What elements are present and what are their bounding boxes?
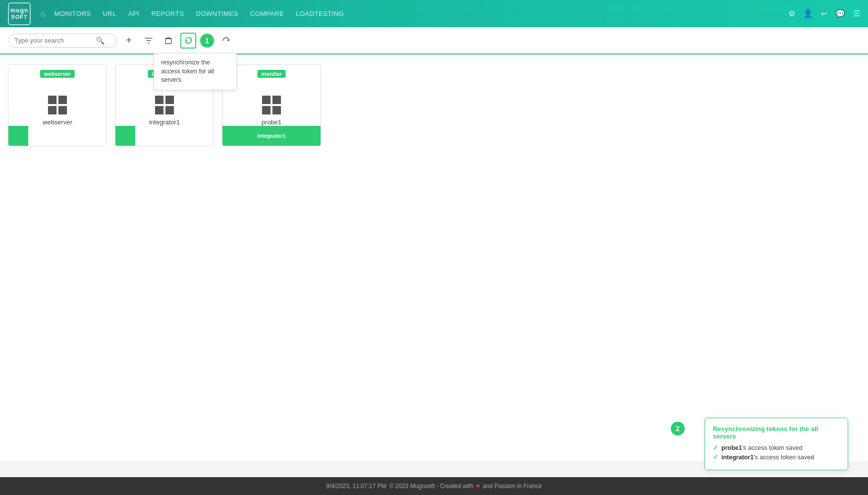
filter-button[interactable]: [141, 33, 157, 49]
svg-rect-5: [155, 96, 163, 104]
nav-item-compare[interactable]: COMPARE: [250, 8, 284, 19]
bottombar: 9/4/2023, 11:07:17 PM © 2023 Mugnsoft - …: [0, 477, 868, 495]
search-input[interactable]: [14, 37, 96, 44]
cards-row: webserver webserver integrator: [8, 64, 860, 146]
check-icon-integrator1: ✓: [713, 453, 718, 461]
server-card-webserver[interactable]: webserver webserver: [8, 64, 107, 146]
logo-line1: mugn: [10, 7, 29, 14]
notif-text-probe1: 's access token saved: [742, 444, 803, 451]
windows-icon-probe1: [261, 95, 282, 115]
footer-suffix: and Passion in France: [483, 483, 542, 490]
nav-item-downtimes[interactable]: DOWNTIMES: [196, 8, 238, 19]
server-card-probe1[interactable]: monitor probe1 integrator1: [222, 64, 321, 146]
notif-text-integrator1: 's access token saved: [754, 454, 814, 461]
signout-icon[interactable]: ↩: [821, 9, 827, 18]
svg-rect-2: [58, 96, 67, 104]
step1-badge: 1: [200, 34, 214, 48]
windows-icon-webserver: [47, 95, 68, 115]
menu-icon[interactable]: ☰: [853, 9, 860, 18]
sync-tooltip: resynchronize the access token for all s…: [154, 53, 237, 90]
card-label-probe1: probe1: [262, 118, 281, 126]
check-icon-probe1: ✓: [713, 444, 718, 451]
refresh-icon: [222, 37, 230, 45]
svg-rect-3: [48, 106, 56, 114]
svg-rect-10: [272, 96, 281, 104]
logo[interactable]: mugn SOFT: [8, 2, 31, 25]
windows-icon-integrator1: [154, 95, 175, 115]
settings-icon[interactable]: ⚙: [788, 9, 795, 18]
trash-icon: [164, 37, 172, 45]
search-icon: 🔍: [96, 37, 105, 45]
topnav: mugn SOFT ⌂ MONITORS URL API REPORTS DOW…: [0, 0, 868, 27]
content: webserver webserver integrator: [0, 55, 868, 461]
card-footer-label-probe1: integrator1: [257, 133, 285, 139]
delete-button[interactable]: [161, 33, 176, 49]
svg-rect-11: [262, 106, 271, 114]
card-label-integrator1: integrator1: [149, 118, 180, 126]
chat-icon[interactable]: 💬: [835, 9, 845, 18]
toolbar: 🔍 + 1 resynchronize the access token for…: [0, 27, 868, 55]
refresh-button[interactable]: [218, 33, 234, 49]
svg-rect-7: [155, 106, 163, 114]
sync-icon: [184, 36, 193, 45]
nav-right: ⚙ 👤 ↩ 💬 ☰: [788, 9, 860, 18]
card-tag-monitor: monitor: [258, 70, 286, 78]
home-icon[interactable]: ⌂: [41, 9, 46, 18]
svg-rect-4: [58, 106, 67, 114]
filter-icon: [145, 37, 153, 45]
nav-item-api[interactable]: API: [128, 8, 139, 19]
svg-rect-8: [165, 106, 174, 114]
nav-item-reports[interactable]: REPORTS: [151, 8, 184, 19]
search-box[interactable]: 🔍: [8, 34, 117, 48]
svg-rect-0: [165, 39, 171, 44]
footer-copyright: © 2023 Mugnsoft - Created with: [389, 483, 474, 490]
nav-item-monitors[interactable]: MONITORS: [54, 8, 91, 19]
nav-item-url[interactable]: URL: [103, 8, 117, 19]
svg-rect-6: [165, 96, 174, 104]
svg-rect-9: [262, 96, 271, 104]
notif-row-probe1: ✓ probe1's access token saved: [713, 444, 840, 451]
notif-title: Resynchronizing tokens for the all serve…: [713, 425, 840, 440]
footer-date: 9/4/2023, 11:07:17 PM: [326, 483, 386, 490]
step2-badge: 2: [671, 422, 685, 436]
sync-token-button[interactable]: [180, 33, 196, 49]
card-footer-integrator1: [115, 126, 135, 146]
notif-name-probe1: probe1: [721, 444, 742, 451]
svg-rect-12: [272, 106, 281, 114]
card-label-webserver: webserver: [43, 118, 72, 126]
add-button[interactable]: +: [121, 33, 137, 49]
card-tag-webserver: webserver: [40, 70, 75, 78]
logo-line2: SOFT: [11, 14, 27, 20]
notif-row-integrator1: ✓ integrator1's access token saved: [713, 453, 840, 461]
card-footer-probe1: integrator1: [222, 126, 321, 146]
notif-name-integrator1: integrator1: [721, 454, 754, 461]
heart-icon: ♥: [476, 483, 480, 490]
notification-box: Resynchronizing tokens for the all serve…: [705, 418, 848, 470]
card-footer-webserver: [8, 126, 28, 146]
nav-items: MONITORS URL API REPORTS DOWNTIMES COMPA…: [54, 8, 788, 19]
nav-item-loadtesting[interactable]: LOADTESTING: [296, 8, 344, 19]
svg-rect-1: [48, 96, 56, 104]
user-icon[interactable]: 👤: [803, 9, 813, 18]
